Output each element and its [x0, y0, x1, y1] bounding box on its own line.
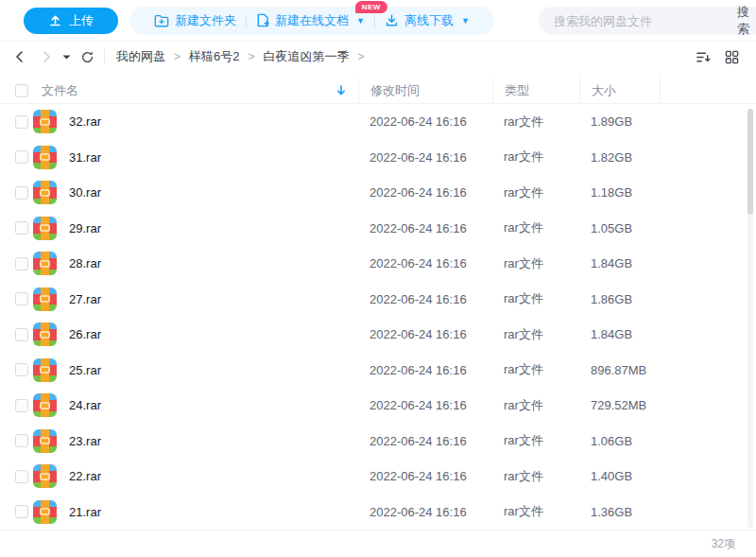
sort-desc-icon[interactable]	[336, 85, 346, 96]
table-row[interactable]: 24.rar 2022-06-24 16:16 rar文件 729.52MB	[0, 388, 756, 424]
table-row[interactable]: 22.rar 2022-06-24 16:16 rar文件 1.40GB	[0, 459, 756, 495]
table-row[interactable]: 28.rar 2022-06-24 16:16 rar文件 1.84GB	[0, 246, 756, 282]
table-row[interactable]: 25.rar 2022-06-24 16:16 rar文件 896.87MB	[0, 353, 756, 389]
table-row[interactable]: 32.rar 2022-06-24 16:16 rar文件 1.89GB	[0, 104, 756, 140]
file-modified: 2022-06-24 16:16	[358, 104, 492, 140]
row-checkbox[interactable]	[15, 257, 28, 270]
row-checkbox[interactable]	[15, 150, 28, 164]
refresh-icon[interactable]	[80, 50, 94, 64]
netdisk-page: 上传 新建文件夹 NEW 新建在线文档 ▼	[0, 0, 756, 557]
rar-file-icon	[33, 322, 57, 346]
offline-download-button[interactable]: 离线下载 ▼	[375, 12, 479, 29]
file-modified: 2022-06-24 16:16	[358, 175, 492, 211]
file-name[interactable]: 24.rar	[69, 398, 101, 412]
new-folder-label: 新建文件夹	[175, 12, 236, 29]
file-name[interactable]: 21.rar	[69, 505, 101, 519]
table-row[interactable]: 21.rar 2022-06-24 16:16 rar文件 1.36GB	[0, 495, 756, 531]
row-checkbox[interactable]	[15, 434, 28, 447]
upload-label: 上传	[69, 12, 94, 29]
history-dropdown-icon[interactable]	[62, 54, 71, 61]
header-size: 大小	[579, 78, 660, 103]
row-checkbox[interactable]	[15, 328, 28, 341]
breadcrumb: 我的网盘 > 样猫6号2 > 白夜追凶第一季 >	[116, 48, 365, 65]
select-all-checkbox[interactable]	[15, 84, 28, 97]
chevron-down-icon: ▼	[356, 16, 365, 26]
header-extra	[660, 78, 756, 103]
file-type: rar文件	[492, 495, 579, 531]
file-name[interactable]: 26.rar	[69, 327, 101, 341]
sort-list-icon[interactable]	[696, 50, 712, 64]
file-list: 32.rar 2022-06-24 16:16 rar文件 1.89GB 31.…	[0, 104, 756, 530]
new-doc-icon	[256, 13, 269, 27]
forward-button[interactable]	[40, 50, 53, 63]
divider	[104, 49, 105, 64]
upload-icon	[48, 13, 62, 27]
file-name[interactable]: 30.rar	[69, 185, 101, 200]
table-row[interactable]: 30.rar 2022-06-24 16:16 rar文件 1.18GB	[0, 175, 756, 211]
row-checkbox[interactable]	[15, 186, 28, 200]
header-name: 文件名	[42, 82, 78, 99]
status-bar: 32项	[0, 530, 756, 557]
rar-file-icon	[33, 500, 57, 524]
table-row[interactable]: 31.rar 2022-06-24 16:16 rar文件 1.82GB	[0, 140, 756, 176]
grid-view-icon[interactable]	[725, 50, 739, 64]
row-checkbox[interactable]	[15, 292, 28, 305]
file-modified: 2022-06-24 16:16	[358, 495, 492, 531]
breadcrumb-item-root[interactable]: 我的网盘	[116, 48, 165, 65]
file-size: 1.82GB	[579, 140, 660, 176]
search-input[interactable]	[554, 14, 720, 28]
table-row[interactable]: 27.rar 2022-06-24 16:16 rar文件 1.86GB	[0, 282, 756, 318]
offline-download-label: 离线下载	[404, 12, 454, 29]
row-checkbox[interactable]	[15, 470, 28, 483]
table-row[interactable]: 29.rar 2022-06-24 16:16 rar文件 1.05GB	[0, 211, 756, 247]
upload-button[interactable]: 上传	[24, 8, 118, 34]
file-name[interactable]: 32.rar	[69, 114, 101, 129]
file-size: 1.18GB	[579, 175, 660, 211]
file-name[interactable]: 29.rar	[69, 221, 101, 235]
breadcrumb-item-folder[interactable]: 样猫6号2	[189, 48, 239, 65]
back-button[interactable]	[13, 50, 26, 63]
rar-file-icon	[33, 146, 57, 169]
table-row[interactable]: 26.rar 2022-06-24 16:16 rar文件 1.84GB	[0, 317, 756, 353]
file-type: rar文件	[492, 175, 579, 211]
file-type: rar文件	[492, 246, 579, 282]
chevron-down-icon: ▼	[461, 16, 470, 26]
file-name[interactable]: 27.rar	[69, 292, 101, 306]
file-type: rar文件	[492, 353, 579, 389]
new-folder-button[interactable]: 新建文件夹	[145, 12, 246, 29]
file-modified: 2022-06-24 16:16	[358, 282, 492, 318]
row-checkbox[interactable]	[15, 221, 28, 235]
file-name[interactable]: 25.rar	[69, 363, 101, 377]
file-name[interactable]: 31.rar	[69, 150, 101, 165]
row-checkbox[interactable]	[15, 115, 28, 129]
row-checkbox[interactable]	[15, 363, 28, 376]
file-size: 1.05GB	[579, 211, 660, 247]
table-row[interactable]: 23.rar 2022-06-24 16:16 rar文件 1.06GB	[0, 424, 756, 460]
row-checkbox[interactable]	[15, 505, 28, 518]
scrollbar-thumb[interactable]	[747, 109, 753, 215]
breadcrumb-item-current[interactable]: 白夜追凶第一季	[264, 48, 350, 65]
file-modified: 2022-06-24 16:16	[358, 317, 492, 353]
file-name[interactable]: 22.rar	[69, 469, 101, 483]
table-header: 文件名 修改时间 类型 大小	[0, 78, 756, 104]
file-size: 896.87MB	[579, 353, 660, 389]
item-count: 32项	[712, 536, 735, 552]
file-name[interactable]: 28.rar	[69, 256, 101, 270]
scrollbar-track[interactable]	[747, 109, 753, 528]
file-type: rar文件	[492, 317, 579, 353]
file-name[interactable]: 23.rar	[69, 434, 101, 448]
file-size: 1.86GB	[579, 282, 660, 318]
rar-file-icon	[33, 217, 57, 240]
file-type: rar文件	[492, 104, 579, 140]
row-checkbox[interactable]	[15, 399, 28, 412]
file-type: rar文件	[492, 424, 579, 460]
search-button[interactable]: 搜索	[733, 4, 753, 38]
new-online-doc-button[interactable]: NEW 新建在线文档 ▼	[247, 12, 374, 29]
breadcrumb-separator: >	[358, 50, 365, 63]
file-modified: 2022-06-24 16:16	[358, 353, 492, 389]
file-size: 1.84GB	[579, 317, 660, 353]
file-modified: 2022-06-24 16:16	[358, 388, 492, 424]
rar-file-icon	[33, 429, 57, 453]
breadcrumb-separator: >	[248, 50, 254, 63]
file-modified: 2022-06-24 16:16	[358, 211, 492, 247]
